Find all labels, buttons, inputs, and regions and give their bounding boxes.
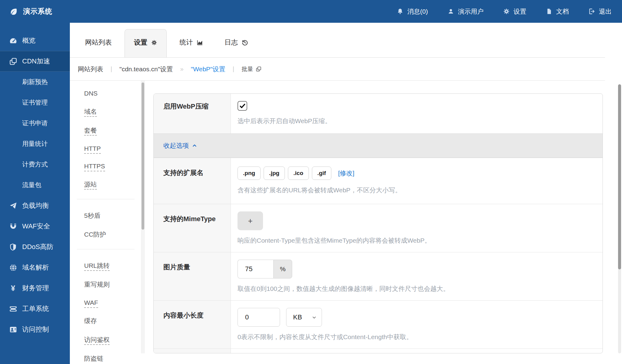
submenu-item-label: CC防护 (84, 231, 106, 238)
sidebar-item-ddos[interactable]: DDoS高防 (0, 237, 70, 257)
tab-logs[interactable]: 日志 (216, 38, 257, 57)
webp-settings-form: 启用WebP压缩 选中后表示开启自动WebP压缩。 收起选项 (153, 93, 603, 353)
sidebar-item-traffic-package[interactable]: 流量包 (0, 175, 70, 195)
tab-settings[interactable]: 设置 (125, 29, 167, 57)
submenu-item-label: 5秒盾 (84, 212, 101, 219)
submenu-item-http[interactable]: HTTP (84, 145, 141, 152)
add-mimetype-button[interactable]: + (238, 211, 263, 230)
topbar-messages[interactable]: 消息(0) (397, 7, 428, 16)
breadcrumb-separator: | (233, 66, 234, 72)
breadcrumb-batch-label: 批量 (241, 65, 253, 73)
submenu-item-label: 缓存 (84, 317, 97, 324)
sidebar-item-tickets[interactable]: 工单系统 (0, 298, 70, 319)
sidebar-item-usage-stats[interactable]: 用量统计 (0, 133, 70, 154)
min-length-unit-select[interactable]: KB (286, 308, 322, 327)
sidebar-item-overview[interactable]: 概览 (0, 30, 70, 51)
collapse-options-link[interactable]: 收起选项 (163, 141, 197, 150)
sidebar-item-dns-resolve[interactable]: 域名解析 (0, 257, 70, 278)
submenu-item-hotlink[interactable]: 防盗链 (84, 354, 141, 363)
submenu-item-cc-protect[interactable]: CC防护 (84, 230, 141, 239)
form-description: 取值在0到100之间，数值越大生成的图像越清晰，同时文件尺寸也会越大。 (238, 285, 593, 293)
tab-website-list[interactable]: 网站列表 (77, 38, 120, 57)
sidebar-item-cdn[interactable]: CDN加速 (0, 51, 70, 72)
submenu-item-5s-shield[interactable]: 5秒盾 (84, 211, 141, 220)
ticket-icon (9, 305, 18, 313)
submenu-item-dns[interactable]: DNS (84, 90, 141, 97)
tab-bar: 网站列表 设置 统计 日志 (70, 23, 605, 58)
sidebar-item-label: 证书申请 (22, 119, 48, 127)
page-scrollbar-thumb[interactable] (618, 84, 621, 269)
sidebar-item-label: 域名解析 (22, 263, 49, 272)
chevron-up-icon (192, 143, 197, 148)
extension-tag: .gif (312, 167, 332, 180)
form-row-extensions: 支持的扩展名 .png .jpg .ico .gif [修改] 含有这些扩展名的… (154, 158, 603, 204)
sign-out-icon (588, 8, 595, 15)
shield-icon (9, 243, 18, 251)
submenu-item-origin[interactable]: 源站 (84, 180, 141, 189)
submenu-item-cache[interactable]: 缓存 (84, 317, 141, 325)
submenu-item-rewrite-rules[interactable]: 重写规则 (84, 280, 141, 289)
submenu-scrollbar-thumb[interactable] (142, 83, 144, 230)
sidebar-item-label: 访问控制 (22, 325, 49, 334)
topbar-docs-label: 文档 (556, 7, 569, 16)
topbar-messages-label: 消息(0) (407, 7, 428, 16)
submenu-item-label: 访问鉴权 (84, 336, 110, 345)
submenu-item-label: 重写规则 (84, 281, 110, 288)
sidebar-item-billing-method[interactable]: 计费方式 (0, 154, 70, 175)
sidebar-item-label: 证书管理 (22, 98, 48, 107)
clone-icon (9, 57, 18, 66)
extension-tag: .jpg (264, 167, 285, 180)
sidebar-item-label: 财务管理 (22, 284, 49, 293)
content-area: DNS 域名 套餐 HTTP HTTPS 源站 5秒盾 CC防护 URL跳转 重… (70, 81, 622, 364)
sidebar-item-access-control[interactable]: 访问控制 (0, 319, 70, 340)
chevron-down-icon (312, 315, 317, 320)
quality-input[interactable] (238, 260, 273, 278)
submenu-item-auth[interactable]: 访问鉴权 (84, 335, 141, 344)
submenu-item-label: URL跳转 (84, 262, 110, 271)
page-scrollbar[interactable] (618, 84, 621, 353)
tab-statistics[interactable]: 统计 (171, 38, 212, 57)
history-icon (241, 39, 248, 46)
bell-icon (397, 8, 404, 15)
sidebar-item-cert-apply[interactable]: 证书申请 (0, 113, 70, 133)
form-description: 0表示不限制，内容长度从文件尺寸或Content-Length中获取。 (238, 333, 593, 341)
enable-webp-checkbox[interactable] (238, 101, 247, 111)
submenu-item-domain[interactable]: 域名 (84, 107, 141, 116)
yen-icon: ¥ (9, 285, 18, 292)
collapse-options-label: 收起选项 (163, 141, 189, 150)
submenu-scrollbar[interactable] (141, 81, 145, 353)
form-label: 图片质量 (154, 252, 231, 300)
topbar-logout[interactable]: 退出 (588, 7, 612, 16)
submenu-item-waf[interactable]: WAF (84, 299, 141, 306)
submenu-item-url-redirect[interactable]: URL跳转 (84, 261, 141, 270)
submenu-item-label: 源站 (84, 181, 97, 190)
breadcrumb-webp-settings[interactable]: "WebP"设置 (191, 65, 225, 73)
submenu-item-plan[interactable]: 套餐 (84, 126, 141, 135)
sidebar-item-label: 工单系统 (22, 304, 49, 313)
topbar-docs[interactable]: 文档 (546, 7, 569, 16)
breadcrumb-batch-button[interactable]: 批量 (241, 65, 261, 73)
sidebar-item-load-balancer[interactable]: 负载均衡 (0, 195, 70, 216)
topbar-user[interactable]: 演示用户 (447, 7, 484, 16)
paper-plane-icon (9, 202, 18, 210)
brand[interactable]: 演示系统 (0, 7, 52, 16)
sidebar-item-finance[interactable]: ¥ 财务管理 (0, 278, 70, 298)
sidebar-item-waf[interactable]: WAF安全 (0, 216, 70, 237)
breadcrumb-website-list[interactable]: 网站列表 (78, 65, 103, 73)
submenu-item-label: 防盗链 (84, 355, 103, 362)
breadcrumb-separator: | (111, 66, 112, 72)
submenu-item-https[interactable]: HTTPS (84, 163, 141, 170)
topbar-user-label: 演示用户 (458, 7, 484, 16)
min-length-input[interactable] (238, 308, 280, 327)
gear-icon (151, 39, 157, 46)
sidebar-item-cert-manage[interactable]: 证书管理 (0, 92, 70, 113)
breadcrumb-site-settings[interactable]: "cdn.teaos.cn"设置 (119, 65, 173, 73)
min-length-unit-value: KB (293, 313, 302, 321)
modify-extensions-link[interactable]: [修改] (338, 169, 354, 177)
sidebar-item-refresh-preheat[interactable]: 刷新预热 (0, 72, 70, 92)
form-row-quality: 图片质量 % 取值在0到100之间，数值越大生成的图像越清晰，同时文件尺寸也会越… (154, 252, 603, 300)
id-card-icon (9, 325, 18, 334)
form-label: 启用WebP压缩 (154, 94, 231, 133)
topbar-settings[interactable]: 设置 (503, 7, 526, 16)
form-description: 含有这些扩展名的URL将会被转成WebP，不区分大小写。 (238, 186, 593, 194)
